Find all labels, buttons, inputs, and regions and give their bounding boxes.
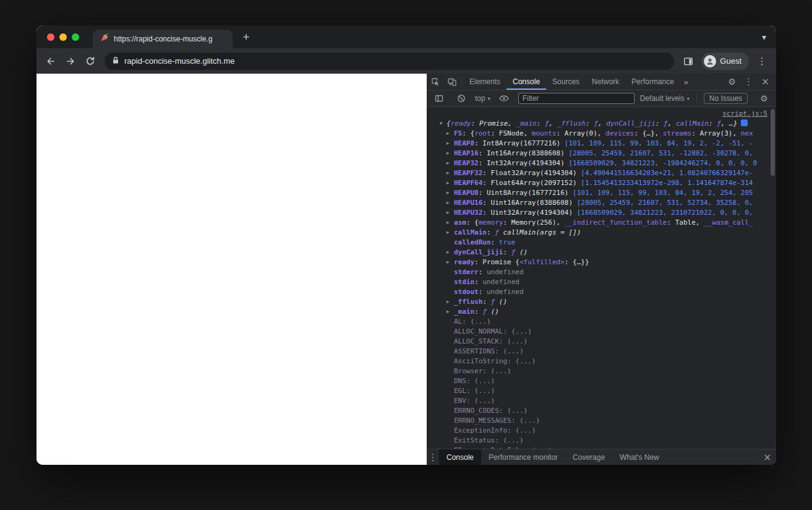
browser-tab[interactable]: https://rapid-concise-muscle.g bbox=[93, 30, 233, 48]
issues-button[interactable]: No Issues bbox=[704, 93, 748, 104]
console-token: ready bbox=[454, 258, 474, 266]
expand-arrow-icon[interactable]: ▸ bbox=[447, 128, 454, 138]
console-line[interactable]: ▸AsciiToString: (...) bbox=[427, 356, 776, 366]
console-sidebar-icon[interactable] bbox=[430, 90, 447, 106]
context-selector[interactable]: top▾ bbox=[475, 94, 490, 103]
console-settings-icon[interactable]: ⚙ bbox=[756, 90, 772, 106]
clear-console-icon[interactable] bbox=[453, 90, 469, 106]
expand-arrow-icon[interactable]: ▸ bbox=[447, 188, 454, 197]
drawer-tab-whats-new[interactable]: What's New bbox=[612, 449, 667, 465]
console-line[interactable]: ▸HEAPF32: Float32Array(4194304) [4.49044… bbox=[427, 168, 776, 178]
console-token: HEAP32 bbox=[454, 159, 479, 167]
drawer-tab-coverage[interactable]: Coverage bbox=[565, 449, 612, 465]
console-line[interactable]: ▸ExceptionInfo: (...) bbox=[427, 425, 776, 435]
console-line[interactable]: ▸ALLOC_NORMAL: (...) bbox=[427, 326, 776, 336]
console-line[interactable]: ▸HEAPU32: Uint32Array(4194304) [16685090… bbox=[427, 207, 776, 217]
log-levels-selector[interactable]: Default levels▾ bbox=[640, 94, 690, 103]
expand-arrow-icon[interactable]: ▸ bbox=[447, 227, 454, 237]
close-window-button[interactable] bbox=[47, 33, 54, 41]
console-line[interactable]: ▸ready: Promise {<fulfilled>: {…}} bbox=[427, 257, 776, 267]
address-bar[interactable]: rapid-concise-muscle.glitch.me bbox=[105, 53, 674, 70]
tab-elements[interactable]: Elements bbox=[463, 74, 506, 90]
expand-arrow-icon[interactable]: ▸ bbox=[447, 158, 454, 168]
drawer-tab-performance-monitor[interactable]: Performance monitor bbox=[481, 449, 565, 465]
console-line[interactable]: ▸HEAPU16: Uint16Array(8388608) [28005, 2… bbox=[427, 197, 776, 207]
expand-arrow-icon[interactable]: ▸ bbox=[447, 296, 454, 306]
console-line[interactable]: ▸HEAPF64: Float64Array(2097152) [1.15454… bbox=[427, 178, 776, 188]
console-line[interactable]: ▸HEAP32: Int32Array(4194304) [1668509029… bbox=[427, 158, 776, 168]
console-line[interactable]: ▸ENV: (...) bbox=[427, 395, 776, 405]
tab-search-chevron-icon[interactable]: ▾ bbox=[762, 32, 766, 42]
side-panel-icon[interactable] bbox=[679, 52, 698, 71]
expand-arrow-icon[interactable]: ▸ bbox=[447, 247, 454, 257]
devtools-settings-icon[interactable]: ⚙ bbox=[724, 74, 740, 90]
minimize-window-button[interactable] bbox=[59, 33, 67, 41]
more-tabs-icon[interactable]: » bbox=[680, 77, 692, 87]
tab-sources[interactable]: Sources bbox=[546, 74, 586, 90]
tab-network[interactable]: Network bbox=[586, 74, 625, 90]
expand-arrow-icon[interactable]: ▸ bbox=[447, 148, 454, 158]
console-line[interactable]: ▸Browser: (...) bbox=[427, 366, 776, 376]
console-token: : bbox=[482, 298, 490, 306]
console-token: HEAP16 bbox=[454, 149, 479, 157]
new-tab-button[interactable]: + bbox=[237, 28, 255, 46]
console-line[interactable]: ▸HEAP8: Int8Array(16777216) [101, 109, 1… bbox=[427, 138, 776, 148]
console-token: _fflush bbox=[454, 298, 482, 306]
source-link[interactable]: script.js:5 bbox=[722, 110, 767, 118]
tab-console[interactable]: Console bbox=[506, 74, 546, 90]
drawer-menu-icon[interactable]: ⋮ bbox=[427, 452, 439, 463]
drawer-tab-console[interactable]: Console bbox=[439, 449, 481, 465]
expand-arrow-icon[interactable]: ▸ bbox=[447, 217, 454, 227]
close-drawer-icon[interactable]: × bbox=[763, 452, 771, 463]
browser-menu-icon[interactable]: ⋮ bbox=[753, 52, 771, 71]
console-line[interactable]: ▸HEAP16: Int16Array(8388608) [28005, 254… bbox=[427, 148, 776, 158]
expand-arrow-icon[interactable]: ▸ bbox=[447, 168, 454, 178]
console-token: : (...) bbox=[462, 318, 490, 326]
console-token: : Array(0), bbox=[557, 129, 605, 137]
console-line[interactable]: ▸EGL: (...) bbox=[427, 386, 776, 395]
console-line[interactable]: ▸_main: ƒ () bbox=[427, 306, 776, 316]
device-toolbar-icon[interactable] bbox=[443, 74, 460, 90]
console-line[interactable]: ▸stderr: undefined bbox=[427, 267, 776, 277]
divider bbox=[461, 77, 462, 87]
console-line[interactable]: ▸stdout: undefined bbox=[427, 287, 776, 296]
back-button[interactable] bbox=[41, 52, 60, 71]
expand-arrow-icon[interactable]: ▸ bbox=[447, 138, 454, 148]
devtools-menu-icon[interactable]: ⋮ bbox=[740, 74, 757, 90]
reload-button[interactable] bbox=[81, 52, 100, 71]
fullscreen-window-button[interactable] bbox=[72, 33, 79, 41]
close-devtools-icon[interactable]: × bbox=[757, 74, 774, 90]
console-line[interactable]: ▾{ready: Promise, _main: ƒ, _fflush: ƒ, … bbox=[427, 118, 776, 128]
filter-input[interactable] bbox=[518, 93, 635, 104]
expand-arrow-icon[interactable]: ▸ bbox=[447, 257, 454, 267]
console-line[interactable]: ▸ERRNO_CODES: (...) bbox=[427, 405, 776, 415]
console-line[interactable]: ▸ExitStatus: (...) bbox=[427, 435, 776, 445]
console-line[interactable]: ▸asm: {memory: Memory(256), __indirect_f… bbox=[427, 217, 776, 227]
live-expression-eye-icon[interactable] bbox=[496, 90, 513, 106]
inspect-element-icon[interactable] bbox=[427, 74, 443, 90]
console-line[interactable]: ▸ERRNO_MESSAGES: (...) bbox=[427, 415, 776, 425]
console-line[interactable]: ▸HEAPU8: Uint8Array(16777216) [101, 109,… bbox=[427, 188, 776, 197]
expand-arrow-icon[interactable]: ▸ bbox=[447, 197, 454, 207]
console-scrollbar[interactable] bbox=[771, 109, 775, 176]
console-line[interactable]: ▸ALLOC_STACK: (...) bbox=[427, 336, 776, 346]
console-line[interactable]: ▸dynCall_jiji: ƒ () bbox=[427, 247, 776, 257]
console-line[interactable]: ▸AL: (...) bbox=[427, 316, 776, 326]
console-line[interactable]: ▸ASSERTIONS: (...) bbox=[427, 346, 776, 356]
console-line[interactable]: ▸calledRun: true bbox=[427, 237, 776, 247]
expand-arrow-icon[interactable]: ▾ bbox=[439, 118, 447, 128]
console-token: { bbox=[447, 119, 451, 127]
expand-arrow-icon[interactable]: ▸ bbox=[447, 178, 454, 188]
console-line[interactable]: ▸callMain: ƒ callMain(args = []) bbox=[427, 227, 776, 237]
forward-button[interactable] bbox=[61, 52, 80, 71]
console-line[interactable]: ▸stdin: undefined bbox=[427, 277, 776, 287]
console-line[interactable]: ▸FS_createDataFile: (...) bbox=[427, 445, 776, 449]
tab-performance[interactable]: Performance bbox=[625, 74, 680, 90]
expand-arrow-icon[interactable]: ▸ bbox=[447, 207, 454, 217]
console-line[interactable]: ▸FS: {root: FSNode, mounts: Array(0), de… bbox=[427, 128, 776, 138]
expand-arrow-icon[interactable]: ▸ bbox=[447, 306, 454, 316]
console-token: : Int16Array(8388608) bbox=[479, 149, 569, 157]
console-line[interactable]: ▸DNS: (...) bbox=[427, 376, 776, 386]
profile-button[interactable]: Guest bbox=[701, 53, 749, 70]
console-line[interactable]: ▸_fflush: ƒ () bbox=[427, 296, 776, 306]
